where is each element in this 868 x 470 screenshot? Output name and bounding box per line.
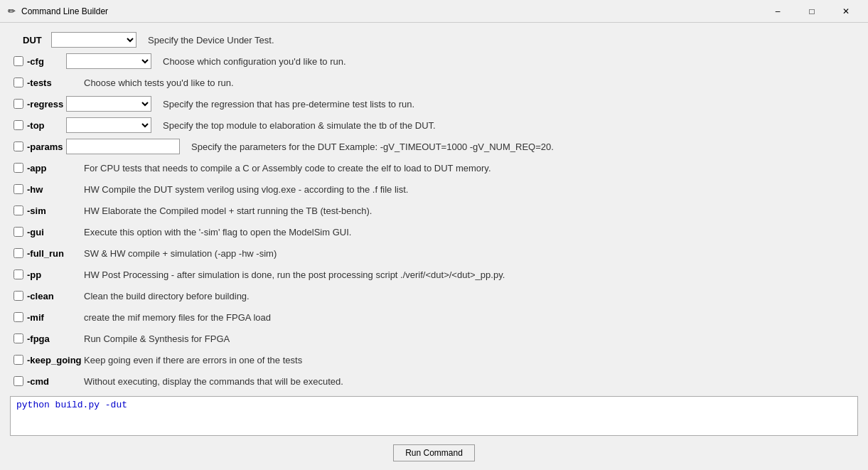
top-desc: Specify the top module to elaboration & … [163,120,858,131]
params-input[interactable] [66,139,180,154]
maximize-button[interactable]: □ [795,0,828,23]
fpga-label: -fpga [27,333,84,344]
keep-going-desc: Keep going even if there are errors in o… [84,355,858,365]
hw-row: -hw HW Compile the DUT system verilog us… [10,179,858,199]
full-run-desc: SW & HW compile + simulation (-app -hw -… [84,248,858,259]
gui-row: -gui Execute this option with the '-sim'… [10,222,858,242]
clean-desc: Clean the build directory before buildin… [84,291,858,301]
dut-desc: Specify the Device Under Test. [148,35,858,46]
hw-desc: HW Compile the DUT system verilog using … [84,184,858,195]
options-area: DUT Specify the Device Under Test. -cfg … [10,30,858,390]
fpga-desc: Run Compile & Synthesis for FPGA [84,333,858,344]
command-output: python build.py -dut [10,396,858,436]
cfg-desc: Choose which configuration you'd like to… [163,56,858,67]
pp-row: -pp HW Post Processing - after simulatio… [10,265,858,284]
cfg-checkbox[interactable] [14,56,23,66]
hw-label: -hw [27,184,84,195]
regress-row: -regress Specify the regression that has… [10,94,858,114]
gui-label: -gui [27,227,84,237]
keep-going-checkbox[interactable] [14,355,23,365]
fpga-checkbox[interactable] [14,333,23,343]
params-desc: Specify the parameters for the DUT Examp… [191,141,858,152]
cfg-select[interactable] [66,53,151,69]
regress-checkbox[interactable] [14,99,23,109]
pp-desc: HW Post Processing - after simulation is… [84,269,858,280]
sim-checkbox[interactable] [14,205,23,215]
close-button[interactable]: ✕ [830,0,862,23]
mif-row: -mif create the mif memory files for the… [10,307,858,327]
fpga-row: -fpga Run Compile & Synthesis for FPGA [10,329,858,348]
pp-label: -pp [27,269,84,280]
run-command-button[interactable]: Run Command [393,444,475,461]
minimize-button[interactable]: – [761,0,794,23]
mif-label: -mif [27,312,84,323]
sim-desc: HW Elaborate the Compiled model + start … [84,205,858,216]
cfg-label: -cfg [27,56,66,67]
cmd-checkbox[interactable] [14,376,23,386]
dut-select[interactable] [51,32,136,48]
keep-going-row: -keep_going Keep going even if there are… [10,350,858,370]
regress-select[interactable] [66,96,151,112]
full-run-label: -full_run [27,248,84,259]
cmd-row: -cmd Without executing, display the comm… [10,371,858,390]
hw-checkbox[interactable] [14,184,23,194]
window-controls: – □ ✕ [761,0,862,23]
gui-checkbox[interactable] [14,227,23,237]
top-select[interactable] [66,117,151,133]
window-title: Command Line Builder [21,6,761,16]
app-desc: For CPU tests that needs to compile a C … [84,163,858,173]
clean-row: -clean Clean the build directory before … [10,286,858,306]
main-content: DUT Specify the Device Under Test. -cfg … [0,23,868,470]
params-label: -params [27,141,66,152]
pp-checkbox[interactable] [14,269,23,279]
sim-label: -sim [27,205,84,216]
mif-checkbox[interactable] [14,312,23,322]
tests-desc: Choose which tests you'd like to run. [84,78,858,88]
dut-row: DUT Specify the Device Under Test. [10,30,858,50]
bottom-bar: Run Command [10,439,858,464]
clean-checkbox[interactable] [14,291,23,301]
app-checkbox[interactable] [14,163,23,173]
gui-desc: Execute this option with the '-sim' flag… [84,227,858,237]
params-checkbox[interactable] [14,141,23,151]
tests-checkbox[interactable] [14,78,23,87]
top-label: -top [27,120,66,131]
app-row: -app For CPU tests that needs to compile… [10,158,858,178]
keep-going-label: -keep_going [27,355,84,365]
dut-label: DUT [20,35,51,46]
cmd-desc: Without executing, display the commands … [84,376,858,387]
cfg-row: -cfg Choose which configuration you'd li… [10,51,858,71]
params-row: -params Specify the parameters for the D… [10,137,858,156]
mif-desc: create the mif memory files for the FPGA… [84,312,858,323]
top-row: -top Specify the top module to elaborati… [10,115,858,135]
regress-label: -regress [27,99,66,110]
app-icon: ✏ [6,6,17,17]
cmd-label: -cmd [27,376,84,387]
title-bar: ✏ Command Line Builder – □ ✕ [0,0,868,23]
full-run-row: -full_run SW & HW compile + simulation (… [10,243,858,263]
regress-desc: Specify the regression that has pre-dete… [163,99,858,110]
full-run-checkbox[interactable] [14,248,23,258]
app-label: -app [27,163,84,173]
top-checkbox[interactable] [14,120,23,130]
sim-row: -sim HW Elaborate the Compiled model + s… [10,201,858,220]
tests-row: -tests Choose which tests you'd like to … [10,73,858,92]
tests-label: -tests [27,78,84,88]
clean-label: -clean [27,291,84,301]
